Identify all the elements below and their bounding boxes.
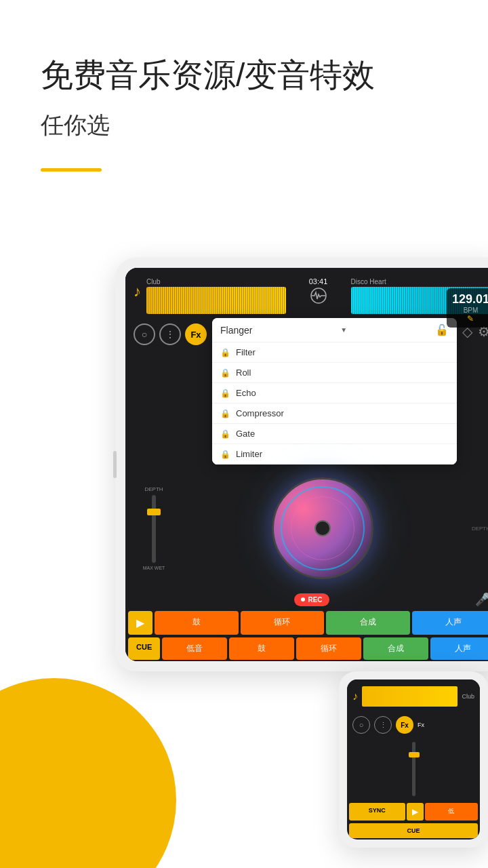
device-mockup-1: ♪ Club 03:41 — [115, 258, 488, 671]
music-note-icon: ♪ — [134, 283, 141, 300]
fx-compressor-label: Compressor — [236, 408, 284, 418]
play-btn-sm[interactable]: ▶ — [407, 803, 424, 821]
sub-title: 任你选 — [41, 110, 447, 141]
play-icon-sm: ▶ — [412, 807, 418, 816]
sync-button[interactable]: SYNC — [349, 803, 405, 821]
fx-btn-sm[interactable]: Fx — [396, 716, 413, 734]
rec-button[interactable]: REC — [294, 593, 329, 606]
track-name-2: Club — [462, 693, 474, 700]
left-fader-panel: DEPTH MAX WET — [134, 486, 174, 570]
fx-button[interactable]: Fx — [185, 323, 207, 345]
pad-row-2: CUE 低音 鼓 循环 合成 人声 — [125, 636, 488, 661]
fx-filter-label: Filter — [236, 347, 256, 357]
fx-roll-label: Roll — [236, 368, 251, 378]
fx-text-sm: Fx — [418, 722, 424, 728]
fx-gate-label: Gate — [236, 429, 255, 439]
fx-label: Fx — [190, 330, 201, 340]
pad-drum[interactable]: 鼓 — [155, 611, 239, 635]
bpm-value: 129.01 — [452, 292, 488, 307]
pad-bass-sm[interactable]: 低 — [425, 803, 479, 821]
equalizer-icon: ⋮ — [165, 329, 175, 340]
rec-row: REC 🎤 — [125, 589, 488, 610]
rec-label: REC — [308, 596, 322, 604]
fx-limiter-label: Limiter — [236, 449, 262, 459]
device-screen-2: ♪ Club ○ ⋮ Fx Fx — [347, 679, 480, 840]
device-frame-1: ♪ Club 03:41 — [115, 258, 488, 671]
yellow-circle-decoration — [0, 678, 176, 868]
pad-row-1: ▶ 鼓 循环 合成 人声 — [125, 610, 488, 636]
lock-icon-filter: 🔒 — [220, 348, 230, 357]
cue-row: CUE — [347, 822, 480, 840]
play-icon: ▶ — [136, 616, 144, 629]
fx-item-filter[interactable]: 🔒 Filter — [212, 342, 457, 363]
header-section: 免费音乐资源/变音特效 任你选 — [0, 0, 488, 172]
fx-echo-label: Echo — [236, 388, 256, 398]
pad-synth[interactable]: 合成 — [326, 611, 410, 635]
volume-button-left — [113, 451, 117, 478]
play-button[interactable]: ▶ — [128, 611, 152, 635]
circle-control-btn[interactable]: ○ — [134, 323, 155, 345]
track-time: 03:41 — [309, 277, 328, 285]
cue-button-sm[interactable]: CUE — [349, 823, 478, 838]
fx-item-limiter[interactable]: 🔒 Limiter — [212, 444, 457, 465]
cue-button[interactable]: CUE — [128, 637, 160, 660]
dropdown-arrow-icon: ▼ — [340, 326, 347, 334]
rec-dot-icon — [301, 597, 305, 601]
lock-icon-compressor: 🔒 — [220, 409, 230, 418]
depth-label-top: DEPTH — [134, 486, 174, 492]
device-screen-1: ♪ Club 03:41 — [125, 268, 488, 661]
circle-icon: ○ — [142, 329, 147, 340]
fx-item-compressor[interactable]: 🔒 Compressor — [212, 403, 457, 424]
depth-label-bottom: DEPTH — [472, 526, 488, 532]
lock-icon-roll: 🔒 — [220, 368, 230, 378]
waveform-left — [146, 287, 286, 314]
lock-icon-limiter: 🔒 — [220, 450, 230, 459]
pad-vocal[interactable]: 人声 — [412, 611, 489, 635]
lock-icon-echo: 🔒 — [220, 389, 230, 398]
lock-icon-gate: 🔒 — [220, 429, 230, 439]
fx-item-roll[interactable]: 🔒 Roll — [212, 363, 457, 383]
music-note-icon-2: ♪ — [352, 690, 358, 703]
device-mockup-2: ♪ Club ○ ⋮ Fx Fx — [339, 671, 488, 848]
eq-ctrl-sm[interactable]: ⋮ — [374, 716, 392, 734]
max-wet-label: MAX WET — [134, 566, 174, 570]
fx-list: 🔒 Filter 🔒 Roll 🔒 Echo — [212, 342, 457, 465]
waveform-bar-2: ♪ Club — [347, 679, 480, 713]
device-frame-2: ♪ Club ○ ⋮ Fx Fx — [339, 671, 488, 848]
fx-dropdown-header[interactable]: Flanger ▼ 🔓 — [212, 318, 457, 342]
pad-loop-2[interactable]: 循环 — [296, 637, 361, 660]
circle-ctrl-sm[interactable]: ○ — [352, 716, 370, 734]
equalizer-btn[interactable]: ⋮ — [159, 323, 181, 345]
fx-item-echo[interactable]: 🔒 Echo — [212, 383, 457, 403]
microphone-icon[interactable]: 🎤 — [475, 592, 488, 607]
track-name-left: Club — [146, 278, 286, 285]
sync-row: SYNC ▶ 低 — [347, 802, 480, 822]
waveform-bar: ♪ Club 03:41 — [125, 268, 488, 315]
fader-area-2 — [347, 736, 480, 802]
fader-handle[interactable] — [147, 509, 161, 515]
track-info-center: 03:41 — [291, 277, 346, 306]
pad-vocal-2[interactable]: 人声 — [430, 637, 488, 660]
main-title: 免费音乐资源/变音特效 — [41, 54, 447, 96]
pad-drum-2[interactable]: 鼓 — [229, 637, 294, 660]
track-name-right: Disco Heart — [351, 278, 489, 285]
fx-dropdown[interactable]: Flanger ▼ 🔓 🔒 Filter 🔒 Roll — [212, 318, 457, 465]
fx-item-gate[interactable]: 🔒 Gate — [212, 424, 457, 444]
bpm-label: BPM — [452, 307, 488, 314]
dj-interface: ♪ Club 03:41 — [125, 268, 488, 661]
fader-track-2[interactable] — [412, 742, 415, 796]
bpm-display: 129.01 BPM ✎ — [447, 288, 488, 328]
fader-track[interactable] — [152, 495, 156, 563]
yellow-divider — [41, 168, 102, 172]
turntable[interactable] — [272, 477, 373, 579]
pad-bass[interactable]: 低音 — [162, 637, 227, 660]
controls-row-2: ○ ⋮ Fx Fx — [347, 713, 480, 736]
dj-main-area: DEPTH MAX WET — [125, 467, 488, 589]
fader-handle-2[interactable] — [409, 752, 420, 757]
waveform-small — [362, 686, 458, 707]
heartbeat-icon — [305, 285, 332, 306]
fx-selected-label: Flanger — [220, 325, 252, 336]
pad-loop[interactable]: 循环 — [241, 611, 325, 635]
pad-synth-2[interactable]: 合成 — [363, 637, 428, 660]
dj-interface-2: ♪ Club ○ ⋮ Fx Fx — [347, 679, 480, 840]
